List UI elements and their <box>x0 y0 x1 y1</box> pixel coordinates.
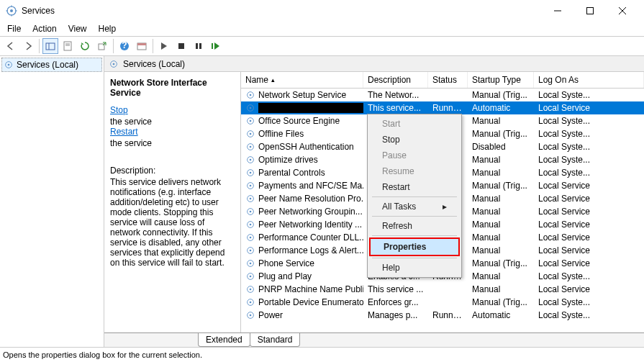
service-logon: Local Service <box>534 232 644 243</box>
ctx-properties[interactable]: Properties <box>369 237 460 256</box>
service-logon: Local Service <box>534 219 644 230</box>
gear-icon <box>245 90 255 100</box>
svg-rect-7 <box>586 8 593 14</box>
service-startup: Manual <box>468 167 534 178</box>
restart-service-button[interactable] <box>208 38 224 54</box>
description-label: Description: <box>110 166 235 176</box>
service-name: Payments and NFC/SE Ma... <box>258 181 363 191</box>
pause-service-button[interactable] <box>191 38 207 54</box>
svg-rect-10 <box>46 43 55 50</box>
stop-service-button[interactable] <box>173 38 189 54</box>
service-desc: Manages p... <box>363 309 428 321</box>
service-startup: Manual <box>468 115 534 127</box>
gear-icon <box>245 181 255 191</box>
service-name: Phone Service <box>258 258 314 268</box>
service-startup: Automatic <box>468 309 534 321</box>
gear-icon <box>245 271 255 281</box>
service-desc: This service... <box>363 102 428 114</box>
svg-point-47 <box>250 211 252 213</box>
service-name: Office Source Engine <box>258 116 340 126</box>
restart-link[interactable]: Restart <box>110 127 235 137</box>
service-name: Network Setup Service <box>258 90 346 100</box>
svg-point-25 <box>8 64 10 66</box>
service-name: Peer Networking Groupin... <box>258 207 363 217</box>
service-startup: Manual (Trig... <box>468 180 534 191</box>
description-text: This service delivers network notificati… <box>110 177 235 268</box>
app-icon <box>6 5 17 17</box>
selected-service-title: Network Store Interface Service <box>110 78 235 98</box>
svg-rect-20 <box>178 43 184 49</box>
column-startup[interactable]: Startup Type <box>468 72 534 88</box>
menu-view[interactable]: View <box>64 22 91 35</box>
service-logon: Local Service <box>534 258 644 269</box>
detail-left-pane: Network Store Interface Service Stop the… <box>104 72 241 332</box>
service-name: Performance Counter DLL... <box>258 232 363 243</box>
service-logon: Local Syste... <box>534 128 644 140</box>
service-startup: Manual <box>468 219 534 230</box>
window-title: Services <box>22 6 541 16</box>
service-row[interactable]: Network Setup ServiceThe Networ...Manual… <box>241 89 644 101</box>
service-logon: Local Service <box>534 284 644 295</box>
export-button[interactable] <box>94 38 110 54</box>
service-name: Parental Controls <box>258 168 325 178</box>
ctx-all-tasks[interactable]: All Tasks▸ <box>369 199 460 214</box>
tab-extended[interactable]: Extended <box>198 333 250 347</box>
start-service-button[interactable] <box>156 38 172 54</box>
gear-icon <box>245 258 255 268</box>
service-row[interactable]: PNRP Machine Name Publi...This service .… <box>241 283 644 296</box>
show-hide-tree-button[interactable] <box>42 38 58 54</box>
title-bar: Services <box>0 0 644 22</box>
gear-icon <box>245 194 255 204</box>
column-logon[interactable]: Log On As <box>534 72 644 88</box>
service-row[interactable]: Network Store Interface ServiceThis serv… <box>241 101 644 114</box>
column-status[interactable]: Status <box>428 72 468 88</box>
context-menu: Start Stop Pause Resume Restart All Task… <box>367 114 462 278</box>
close-button[interactable] <box>606 0 638 22</box>
service-name: Optimize drives <box>258 155 318 165</box>
ctx-stop[interactable]: Stop <box>369 132 460 148</box>
column-name[interactable]: Name▴ <box>241 72 363 88</box>
ctx-start: Start <box>369 116 460 132</box>
service-startup: Manual (Trig... <box>468 89 534 101</box>
service-row[interactable]: Portable Device Enumerator...Enforces gr… <box>241 296 644 309</box>
refresh-button[interactable] <box>77 38 93 54</box>
sort-caret-icon: ▴ <box>271 76 275 83</box>
gear-icon <box>109 59 119 69</box>
service-status <box>428 289 468 290</box>
service-row[interactable]: PowerManages p...RunningAutomaticLocal S… <box>241 309 644 322</box>
service-logon: Local Syste... <box>534 141 644 153</box>
menu-file[interactable]: File <box>3 22 25 35</box>
service-startup: Manual (Trig... <box>468 258 534 269</box>
ctx-restart[interactable]: Restart <box>369 179 460 195</box>
ctx-refresh[interactable]: Refresh <box>369 218 460 234</box>
gear-icon <box>245 155 255 165</box>
submenu-arrow-icon: ▸ <box>443 202 447 212</box>
back-button[interactable] <box>3 38 19 54</box>
toolbar: ? <box>0 36 644 56</box>
svg-rect-23 <box>212 43 213 49</box>
minimize-button[interactable] <box>541 0 573 22</box>
menu-help[interactable]: Help <box>94 22 121 35</box>
service-logon: Local Service <box>534 193 644 204</box>
gear-icon <box>245 297 255 307</box>
menu-bar: File Action View Help <box>0 22 644 36</box>
service-logon: Local Syste... <box>534 115 644 127</box>
svg-point-63 <box>250 315 252 317</box>
service-startup: Automatic <box>468 102 534 114</box>
tree-item-services-local[interactable]: Services (Local) <box>1 58 102 72</box>
service-status: Running <box>428 309 468 321</box>
tab-standard[interactable]: Standard <box>250 333 301 347</box>
forward-button[interactable] <box>20 38 36 54</box>
ctx-help[interactable]: Help <box>369 260 460 276</box>
stop-link[interactable]: Stop <box>110 105 235 115</box>
menu-action[interactable]: Action <box>28 22 60 35</box>
service-logon: Local Service <box>534 245 644 256</box>
gear-icon <box>245 232 255 243</box>
help-toolbar-button[interactable]: ? <box>117 38 132 54</box>
toolbar-icon[interactable] <box>134 38 150 54</box>
svg-point-57 <box>250 276 252 278</box>
properties-toolbar-button[interactable] <box>60 38 76 54</box>
service-name: Plug and Play <box>258 271 312 281</box>
maximize-button[interactable] <box>573 0 606 22</box>
column-description[interactable]: Description <box>363 72 428 88</box>
